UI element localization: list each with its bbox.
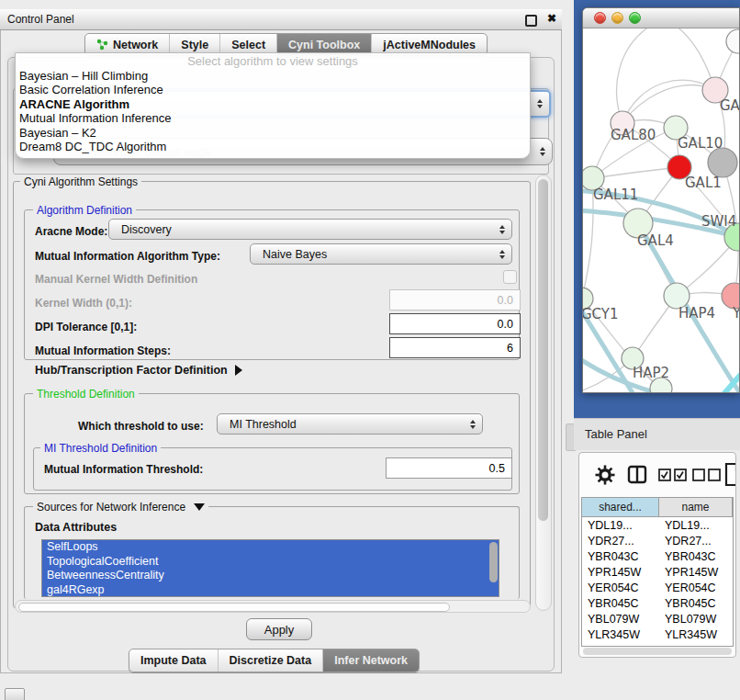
apply-button[interactable]: Apply [246,618,312,640]
table-panel-titlebar[interactable]: Table Panel [574,418,740,450]
table-cell: 12 [733,535,734,548]
mi-type-label: Mutual Information Algorithm Type: [35,250,220,263]
mi-threshold-legend: MI Threshold Definition [40,442,161,455]
function-builder-icon[interactable] [724,462,736,487]
hub-factor-expander[interactable]: Hub/Transcription Factor Definition [35,364,242,377]
network-graph: GALGAL80GAL10GAL1GAL11SWI4GAL4GCY1HAP4YH… [583,28,739,392]
zoom-traffic-light-icon[interactable] [629,12,641,24]
table-cell: 8. [733,581,734,594]
algorithm-option-list: Bayesian – Hill ClimbingBasic Correlatio… [16,69,530,153]
float-window-icon[interactable] [525,15,537,27]
table-cell: YBR045C [582,597,659,610]
minimize-traffic-light-icon[interactable] [611,12,623,24]
algorithm-dropdown-popup: Select algorithm to view settings Bayesi… [15,52,531,159]
table-row[interactable]: YPR145WYPR145W9. [582,564,733,580]
collapsed-panel-button[interactable] [5,688,25,700]
network-edge[interactable] [583,178,593,299]
attribute-list-item[interactable]: gal4RGexp [42,583,499,597]
table-cell: YBR045C [659,597,733,610]
kernel-width-label: Kernel Width (0,1): [35,297,132,310]
network-node[interactable] [708,148,737,177]
tab-discretize-data[interactable]: Discretize Data [219,649,324,672]
deselect-all-columns-icon[interactable] [692,469,721,481]
sources-legend[interactable]: Sources for Network Inference [33,501,208,514]
which-threshold-combo[interactable]: MI Threshold [217,413,483,435]
algorithm-option[interactable]: Bayesian – K2 [16,126,530,140]
algorithm-option[interactable]: Dream8 DC_TDC Algorithm [16,140,530,153]
manual-kernel-checkbox[interactable] [503,270,517,284]
attribute-list-item[interactable]: TopologicalCoefficient [42,555,499,570]
settings-horizontal-scrollbar[interactable] [15,600,531,613]
table-cell: YIL052C [659,644,733,648]
mi-threshold-field[interactable]: 0.5 [386,457,512,479]
kernel-width-value: 0.0 [498,294,513,307]
node-attribute-table[interactable]: shared...nameA... YDL19...YDL19...13YDR2… [581,497,734,647]
column-header[interactable]: name [659,498,733,517]
table-cell: YBR043C [582,550,659,563]
close-window-icon[interactable]: ✖ [547,12,556,25]
attribute-list-item[interactable]: SelfLoops [42,540,499,555]
table-row[interactable]: YIL052CYIL052C9. [582,642,733,647]
table-row[interactable]: YDL19...YDL19...13 [582,517,733,533]
tab-infer-network[interactable]: Infer Network [323,649,419,672]
table-horizontal-scrollbar[interactable] [583,648,732,655]
combo-stepper-icon [470,420,476,429]
table-cell: YLR345W [659,628,733,641]
network-node[interactable] [726,29,739,53]
dpi-tolerance-label: DPI Tolerance [0,1]: [35,321,137,333]
tab-label: Select [231,39,265,51]
network-view-window[interactable]: GALGAL80GAL10GAL1GAL11SWI4GAL4GCY1HAP4YH… [582,7,740,393]
kernel-width-field: 0.0 [389,289,521,310]
close-traffic-light-icon[interactable] [594,12,606,24]
table-cell: YER054C [659,581,733,594]
tab-impute-data[interactable]: Impute Data [129,649,219,672]
table-cell: YBL079W [659,613,733,626]
algorithm-option[interactable]: Mutual Information Inference [16,111,530,125]
table-cell: YPR145W [659,566,733,579]
table-cell: 9. [733,628,734,641]
attribute-list-item[interactable]: BetweennessCentrality [42,569,499,583]
aracne-mode-combo[interactable]: Discovery [108,219,512,240]
dpi-tolerance-field[interactable]: 0.0 [389,313,521,334]
algorithm-option[interactable]: ARACNE Algorithm [16,97,530,111]
network-window-titlebar[interactable] [583,8,739,28]
table-row[interactable]: YBR043CYBR043C [582,548,733,564]
combo-stepper-icon [540,147,545,156]
network-edge[interactable] [617,28,649,123]
select-all-columns-icon[interactable] [658,469,687,481]
table-row[interactable]: YLR345WYLR345W9. [582,627,733,642]
table-row[interactable]: YBR045CYBR045C9. [582,595,733,611]
threshold-definition-legend: Threshold Definition [33,388,139,401]
table-row[interactable]: YDR27...YDR27...12 [582,533,733,548]
control-panel-title: Control Panel [7,13,74,26]
table-cell: 9. [733,566,734,579]
table-row[interactable]: YBL079WYBL079W [582,611,733,627]
mi-steps-field[interactable]: 6 [389,337,521,358]
column-header[interactable]: A... [733,498,734,517]
column-header[interactable]: shared... [582,498,659,517]
sources-legend-label: Sources for Network Inference [37,501,185,514]
combo-stepper-icon [537,99,543,108]
table-cell: 13 [733,519,734,532]
algorithm-option[interactable]: Basic Correlation Inference [16,83,530,96]
tab-label: jActiveMNodules [383,39,476,51]
settings-vertical-scrollbar[interactable] [535,175,552,611]
list-scrollbar-thumb[interactable] [489,542,498,582]
scrollbar-thumb[interactable] [538,179,548,521]
scrollbar-thumb[interactable] [18,603,450,612]
table-cell: YBL079W [582,613,659,626]
settings-gear-icon[interactable] [594,464,616,486]
table-panel-card: shared...nameA... YDL19...YDL19...13YDR2… [578,452,736,658]
node-label: HAP4 [678,305,715,322]
data-attributes-list[interactable]: SelfLoopsTopologicalCoefficientBetweenne… [41,539,499,597]
control-panel-titlebar[interactable]: Control Panel ✖ [0,9,562,30]
table-row[interactable]: YER054CYER054C8. [582,580,733,595]
mi-type-combo[interactable]: Naive Bayes [250,243,512,265]
manual-kernel-label: Manual Kernel Width Definition [35,273,197,286]
node-label: GAL4 [637,232,674,249]
hub-factor-label: Hub/Transcription Factor Definition [35,364,228,377]
cyni-algorithm-settings-legend: Cyni Algorithm Settings [20,175,141,188]
network-canvas[interactable]: GALGAL80GAL10GAL1GAL11SWI4GAL4GCY1HAP4YH… [583,28,739,392]
column-layout-icon[interactable] [627,465,647,485]
algorithm-option[interactable]: Bayesian – Hill Climbing [16,69,530,83]
